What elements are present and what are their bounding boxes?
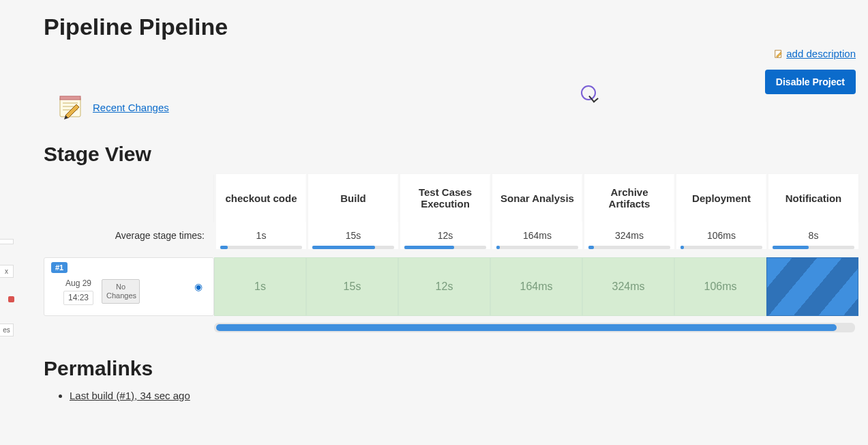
stage-header-blank xyxy=(44,174,214,222)
permalinks-heading: Permalinks xyxy=(44,357,854,380)
run-cell[interactable]: 106ms xyxy=(674,257,766,316)
page-title: Pipeline Pipeline xyxy=(44,14,854,40)
list-item: Last build (#1), 34 sec ago xyxy=(70,390,854,402)
stage-header: checkout code xyxy=(214,174,306,222)
stage-header: Archive Artifacts xyxy=(582,174,674,222)
build-row-head[interactable]: #1 Aug 29 14:23 No Changes ◉ xyxy=(44,257,214,316)
avg-cell: 8s xyxy=(766,222,858,249)
stage-header: Deployment xyxy=(674,174,766,222)
add-description-label: add description xyxy=(786,48,856,59)
run-cell[interactable]: 164ms xyxy=(490,257,582,316)
build-date: Aug 29 14:23 xyxy=(63,278,93,305)
average-times-label: Average stage times: xyxy=(44,222,214,249)
sidebar-fragment: x xyxy=(0,265,14,278)
recent-changes-link[interactable]: Recent Changes xyxy=(93,102,169,113)
no-changes-badge: No Changes xyxy=(102,279,140,304)
run-cell-running[interactable] xyxy=(766,257,858,316)
stage-header: Build xyxy=(306,174,398,222)
avg-bar xyxy=(773,246,809,249)
svg-rect-2 xyxy=(60,96,80,100)
running-icon: ◉ xyxy=(194,281,203,292)
avg-cell: 15s xyxy=(306,222,398,249)
run-cell[interactable]: 15s xyxy=(306,257,398,316)
avg-bar xyxy=(588,246,594,249)
notepad-icon xyxy=(56,92,86,122)
stage-header: Notification xyxy=(766,174,858,222)
status-dot-icon xyxy=(8,296,14,302)
add-description-link[interactable]: add description xyxy=(774,48,856,59)
avg-cell: 324ms xyxy=(582,222,674,249)
avg-cell: 106ms xyxy=(674,222,766,249)
avg-cell: 12s xyxy=(398,222,490,249)
sidebar-fragment: es xyxy=(0,324,14,336)
run-cell[interactable]: 324ms xyxy=(582,257,674,316)
avg-cell: 1s xyxy=(214,222,306,249)
avg-bar xyxy=(220,246,228,249)
avg-bar xyxy=(680,246,684,249)
stage-view-table: checkout code Build Test Cases Execution… xyxy=(44,174,858,332)
sidebar-fragment xyxy=(0,239,14,244)
avg-bar xyxy=(312,246,375,249)
edit-icon xyxy=(774,49,783,59)
avg-bar xyxy=(404,246,454,249)
avg-bar xyxy=(496,246,500,249)
stage-header: Sonar Analysis xyxy=(490,174,582,222)
last-build-link[interactable]: Last build (#1), 34 sec ago xyxy=(70,390,190,401)
disable-project-button[interactable]: Disable Project xyxy=(765,70,856,94)
stage-view-heading: Stage View xyxy=(44,143,854,166)
build-number-badge: #1 xyxy=(51,262,68,273)
avg-cell: 164ms xyxy=(490,222,582,249)
scrollbar-thumb[interactable] xyxy=(216,324,837,331)
run-cell[interactable]: 1s xyxy=(214,257,306,316)
stage-horizontal-scrollbar[interactable] xyxy=(214,323,855,332)
run-cell[interactable]: 12s xyxy=(398,257,490,316)
stage-header: Test Cases Execution xyxy=(398,174,490,222)
